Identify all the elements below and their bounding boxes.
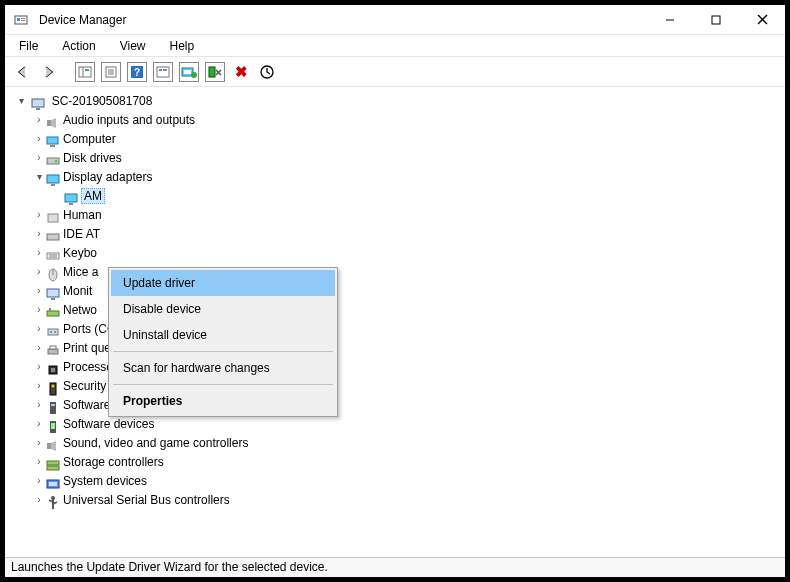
ide-icon <box>45 227 61 241</box>
show-hidden-icon[interactable] <box>75 62 95 82</box>
svg-rect-29 <box>50 145 55 147</box>
ctx-disable-device[interactable]: Disable device <box>111 296 335 322</box>
tree-node[interactable]: ›System devices <box>33 471 785 490</box>
svg-rect-1 <box>17 18 20 21</box>
caret-right-icon[interactable]: › <box>33 301 45 319</box>
tree-node[interactable]: ›Audio inputs and outputs <box>33 110 785 129</box>
close-button[interactable] <box>739 5 785 34</box>
device-manager-window: Device Manager File Action View Help ? <box>4 4 786 578</box>
ctx-separator <box>113 351 333 352</box>
tree-node[interactable]: ›Sound, video and game controllers <box>33 433 785 452</box>
properties-icon[interactable] <box>101 62 121 82</box>
svg-rect-64 <box>49 482 57 486</box>
menu-view[interactable]: View <box>116 37 150 55</box>
tree-node[interactable]: ›Keybo <box>33 243 785 262</box>
ctx-update-driver[interactable]: Update driver <box>111 270 335 296</box>
tree-node-label: Netwo <box>63 303 97 317</box>
maximize-button[interactable] <box>693 5 739 34</box>
tree-node[interactable]: ›IDE AT <box>33 224 785 243</box>
tree-node[interactable]: ›Human <box>33 205 785 224</box>
svg-rect-45 <box>47 311 59 316</box>
svg-point-22 <box>191 72 197 78</box>
caret-right-icon[interactable]: › <box>33 111 45 129</box>
scan-icon[interactable] <box>153 62 173 82</box>
tree-node-label: Audio inputs and outputs <box>63 113 195 127</box>
refresh-icon[interactable] <box>257 62 277 82</box>
svg-rect-57 <box>51 404 55 406</box>
caret-right-icon[interactable]: › <box>33 491 45 509</box>
uninstall-icon[interactable] <box>205 62 225 82</box>
audio-icon <box>45 113 61 127</box>
caret-right-icon[interactable]: › <box>33 453 45 471</box>
tree-node[interactable]: ▾Display adapters <box>33 167 785 186</box>
window-controls <box>647 5 785 34</box>
svg-point-55 <box>52 384 55 387</box>
svg-rect-2 <box>21 18 25 19</box>
svg-rect-32 <box>47 175 59 183</box>
svg-rect-62 <box>47 466 59 470</box>
caret-right-icon[interactable]: › <box>33 263 45 281</box>
svg-rect-17 <box>157 67 169 77</box>
tree-node[interactable]: ›Storage controllers <box>33 452 785 471</box>
svg-rect-61 <box>47 461 59 465</box>
svg-rect-47 <box>48 329 58 335</box>
system-icon <box>45 474 61 488</box>
minimize-button[interactable] <box>647 5 693 34</box>
ctx-properties[interactable]: Properties <box>111 388 335 414</box>
hid-icon <box>45 208 61 222</box>
caret-right-icon[interactable]: › <box>33 339 45 357</box>
help-icon[interactable]: ? <box>127 62 147 82</box>
mouse-icon <box>45 265 61 279</box>
caret-right-icon[interactable]: › <box>33 130 45 148</box>
tree-node-label: Human <box>63 208 102 222</box>
caret-right-icon[interactable]: › <box>33 358 45 376</box>
caret-right-icon[interactable]: › <box>33 377 45 395</box>
update-driver-icon[interactable] <box>179 62 199 82</box>
svg-point-66 <box>51 496 55 500</box>
svg-rect-25 <box>32 99 44 107</box>
caret-right-icon[interactable]: › <box>33 472 45 490</box>
tree-node-label: Software devices <box>63 417 154 431</box>
display-icon <box>63 189 79 203</box>
menu-help[interactable]: Help <box>166 37 199 55</box>
caret-right-icon[interactable]: › <box>33 244 45 262</box>
caret-down-icon[interactable]: ▾ <box>15 92 27 110</box>
menubar: File Action View Help <box>5 35 785 57</box>
svg-rect-50 <box>48 349 58 354</box>
svg-point-48 <box>50 331 52 333</box>
tree-node-label: Computer <box>63 132 116 146</box>
svg-rect-37 <box>47 234 59 240</box>
softdev-icon <box>45 417 61 431</box>
keyboard-icon <box>45 246 61 260</box>
ctx-separator <box>113 384 333 385</box>
softcomp-icon <box>45 398 61 412</box>
titlebar: Device Manager <box>5 5 785 35</box>
forward-button[interactable] <box>39 62 59 82</box>
storage-icon <box>45 455 61 469</box>
svg-rect-27 <box>47 120 51 126</box>
back-button[interactable] <box>13 62 33 82</box>
tree-node[interactable]: ›Computer <box>33 129 785 148</box>
tree-node[interactable]: ›Disk drives <box>33 148 785 167</box>
tree-node-label: Keybo <box>63 246 97 260</box>
caret-right-icon[interactable]: › <box>33 320 45 338</box>
tree-node[interactable]: ›Universal Serial Bus controllers <box>33 490 785 509</box>
disable-icon[interactable]: ✖ <box>231 62 251 82</box>
network-icon <box>45 303 61 317</box>
tree-node-selected[interactable]: AM <box>51 186 785 205</box>
status-text: Launches the Update Driver Wizard for th… <box>11 560 328 574</box>
menu-file[interactable]: File <box>15 37 42 55</box>
caret-right-icon[interactable]: › <box>33 225 45 243</box>
caret-right-icon[interactable]: › <box>33 282 45 300</box>
menu-action[interactable]: Action <box>58 37 99 55</box>
ctx-uninstall-device[interactable]: Uninstall device <box>111 322 335 348</box>
caret-right-icon[interactable]: › <box>33 149 45 167</box>
caret-right-icon[interactable]: › <box>33 434 45 452</box>
ctx-scan-hardware[interactable]: Scan for hardware changes <box>111 355 335 381</box>
caret-down-icon[interactable]: ▾ <box>33 168 45 186</box>
caret-right-icon[interactable]: › <box>33 415 45 433</box>
device-tree[interactable]: ▾ SC-201905081708 ›Audio inputs and outp… <box>5 87 785 557</box>
statusbar: Launches the Update Driver Wizard for th… <box>5 557 785 577</box>
caret-right-icon[interactable]: › <box>33 396 45 414</box>
caret-right-icon[interactable]: › <box>33 206 45 224</box>
